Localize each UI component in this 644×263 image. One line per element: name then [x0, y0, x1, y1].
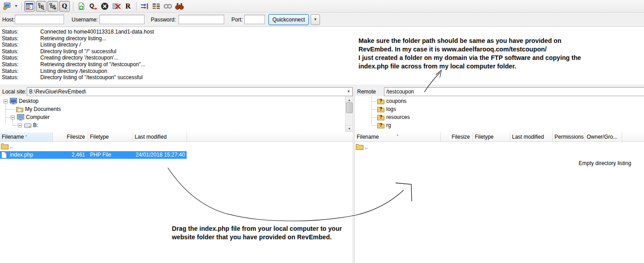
- tree-item-label: My Documents: [25, 106, 61, 113]
- scroll-down-icon[interactable]: ▼: [345, 125, 353, 132]
- collapse-icon[interactable]: [11, 115, 15, 119]
- local-list-header: ▲ Filename Filesize Filetype Last modifi…: [0, 132, 353, 142]
- column-header-filesize[interactable]: Filesize: [53, 132, 88, 142]
- status-message: Directory listing of "/" successful: [40, 48, 116, 55]
- top-annotation: Make sure the folder path should be same…: [358, 37, 581, 71]
- compare-icon: [140, 3, 149, 10]
- status-label: Status:: [2, 61, 40, 68]
- tree-item-my-documents[interactable]: My Documents: [0, 106, 134, 113]
- password-input[interactable]: [179, 15, 224, 24]
- toolbar-separator: [73, 2, 73, 11]
- host-label: Host:: [2, 17, 15, 23]
- site-manager-button[interactable]: [1, 1, 13, 12]
- status-label: Status:: [2, 68, 40, 75]
- dropdown-caret-icon: ▼: [14, 4, 18, 8]
- port-input[interactable]: [244, 15, 265, 24]
- refresh-icon: [78, 2, 85, 10]
- column-header-owner-group[interactable]: Owner/Gro...: [585, 132, 622, 142]
- refresh-button[interactable]: [76, 1, 87, 12]
- reconnect-icon: R: [125, 2, 131, 10]
- local-site-combobox[interactable]: B:\RevGlue\RevEmbed\ ▼: [27, 87, 353, 96]
- status-message: Connected to home400113318.1and1-data.ho…: [40, 29, 154, 35]
- question-mark-icon: ?: [380, 98, 382, 103]
- filename-cell: ..: [10, 143, 13, 150]
- tree-item-label: B:: [33, 122, 38, 129]
- collapse-icon[interactable]: [18, 123, 22, 127]
- toggle-remote-tree-button[interactable]: F: [47, 1, 58, 12]
- cancel-icon: [101, 2, 109, 10]
- remote-site-combobox[interactable]: /testcoupon: [384, 87, 644, 96]
- status-message: Listing directory /: [40, 42, 81, 48]
- toggle-queue-button[interactable]: Q: [59, 1, 70, 12]
- desktop-icon: [10, 98, 17, 105]
- column-header-filesize[interactable]: Filesize: [441, 132, 473, 142]
- column-label: Filesize: [452, 134, 470, 140]
- column-header-filler: [622, 132, 644, 142]
- log-line: Status:Directory listing of "/testcoupon…: [0, 74, 644, 81]
- svg-text:Q: Q: [90, 2, 94, 9]
- annotation-line: I just created a folder on my domain via…: [358, 54, 581, 62]
- remote-list-header: ▼ Filename Filesize Filetype Last modifi…: [355, 132, 644, 142]
- status-message: Retrieving directory listing of "/testco…: [40, 61, 145, 68]
- svg-text:L: L: [43, 7, 45, 10]
- site-manager-dropdown[interactable]: ▼: [13, 1, 19, 12]
- reconnect-button[interactable]: R: [122, 1, 134, 12]
- question-mark-icon: ?: [380, 106, 382, 111]
- tree-item-computer[interactable]: Computer: [0, 114, 134, 121]
- column-label: Filename: [2, 134, 24, 140]
- host-input[interactable]: [15, 15, 64, 24]
- column-header-filler: [187, 132, 353, 142]
- directory-listing-filters-button[interactable]: [150, 1, 162, 12]
- column-label: Permissions: [554, 134, 584, 140]
- status-label: Status:: [2, 55, 40, 61]
- tree-item-drive-b[interactable]: B:: [0, 122, 134, 129]
- queue-icon: Q: [62, 2, 67, 10]
- quickconnect-dropdown[interactable]: ▼: [311, 14, 320, 25]
- file-row-parent-dir[interactable]: ..: [0, 143, 353, 150]
- filename-cell: ..: [365, 143, 368, 151]
- tree-item-desktop[interactable]: Desktop: [0, 98, 134, 105]
- column-header-last-modified[interactable]: Last modified: [510, 132, 553, 142]
- disconnect-button[interactable]: [111, 1, 122, 12]
- filename-cell: index.php: [10, 151, 33, 159]
- column-label: Last modified: [512, 134, 544, 140]
- synchronized-browsing-button[interactable]: [162, 1, 174, 12]
- column-header-filename[interactable]: ▼ Filename: [355, 132, 441, 142]
- svg-text:F: F: [55, 7, 57, 10]
- column-header-filename[interactable]: ▲ Filename: [0, 132, 53, 142]
- process-queue-button[interactable]: Q: [87, 1, 99, 12]
- username-input[interactable]: [99, 15, 145, 24]
- cancel-button[interactable]: [99, 1, 111, 12]
- collapse-icon[interactable]: [4, 99, 8, 103]
- file-row-index-php[interactable]: index.php 2,461 PHP File 24/01/2018 15:2…: [0, 151, 187, 159]
- question-mark-icon: ?: [380, 123, 382, 127]
- column-header-last-modified[interactable]: Last modified: [133, 132, 187, 142]
- tree-item-label: Desktop: [19, 98, 38, 105]
- log-line: Status:Connected to home400113318.1and1-…: [0, 29, 644, 35]
- status-label: Status:: [2, 42, 40, 48]
- empty-directory-note: Empty directory listing: [579, 160, 631, 166]
- tree-item-rg[interactable]: ? rg: [355, 122, 489, 129]
- column-header-permissions[interactable]: Permissions: [553, 132, 585, 142]
- toggle-local-tree-button[interactable]: L: [36, 1, 47, 12]
- remote-site-label: Remote site:: [355, 87, 384, 96]
- tree-item-label: resources: [386, 114, 410, 121]
- quickconnect-button[interactable]: Quickconnect: [269, 14, 309, 25]
- toggle-message-log-button[interactable]: [24, 1, 35, 12]
- column-header-filetype[interactable]: Filetype: [473, 132, 510, 142]
- annotation-line: Make sure the folder path should be same…: [358, 37, 581, 45]
- column-label: Filetype: [475, 134, 494, 140]
- local-tree-scrollbar[interactable]: ▲ ▼: [345, 97, 353, 132]
- tree-item-resources[interactable]: ? resources: [355, 114, 489, 121]
- column-label: Filename: [357, 134, 379, 140]
- tree-item-logs[interactable]: ? logs: [355, 106, 489, 113]
- column-header-filetype[interactable]: Filetype: [88, 132, 133, 142]
- find-files-button[interactable]: [174, 1, 185, 12]
- file-row-parent-dir[interactable]: ..: [355, 143, 644, 151]
- status-message: Retrieving directory listing...: [40, 35, 106, 42]
- scrollbar-thumb[interactable]: [346, 102, 353, 113]
- chevron-down-icon[interactable]: ▼: [347, 88, 350, 96]
- tree-item-coupons[interactable]: ? coupons: [355, 98, 489, 105]
- directory-comparison-button[interactable]: [139, 1, 150, 12]
- sort-descending-icon: ▼: [396, 131, 399, 140]
